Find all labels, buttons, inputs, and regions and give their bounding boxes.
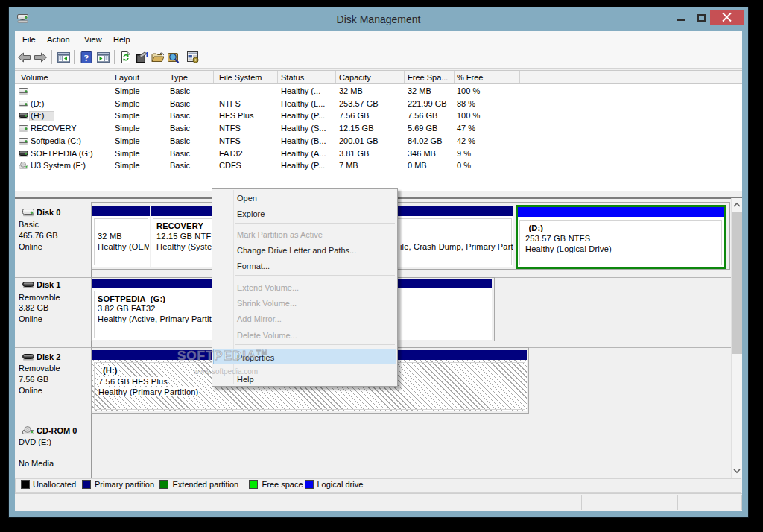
svg-text:?: ? bbox=[84, 52, 89, 63]
